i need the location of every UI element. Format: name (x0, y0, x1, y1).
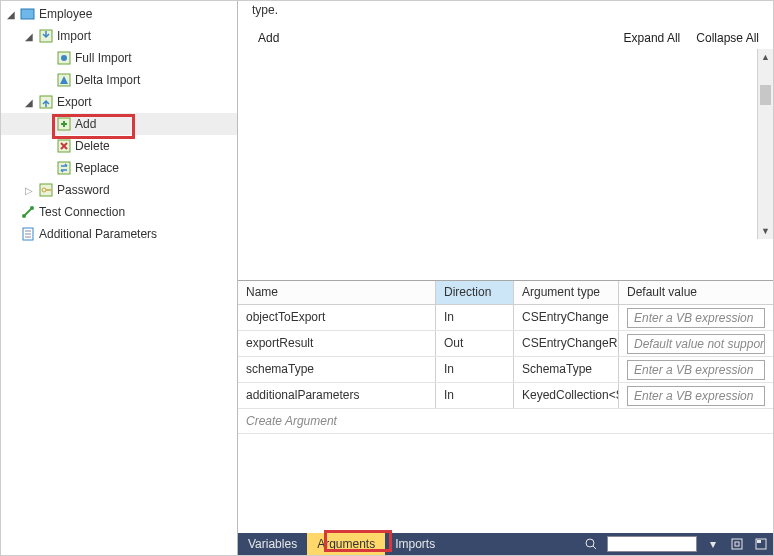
col-header-default[interactable]: Default value (619, 281, 773, 304)
tab-variables[interactable]: Variables (238, 533, 307, 555)
vertical-scrollbar[interactable]: ▲ ▼ (757, 49, 773, 239)
caret-right-icon[interactable]: ▷ (23, 185, 35, 196)
col-header-direction[interactable]: Direction (436, 281, 514, 304)
svg-rect-0 (21, 9, 34, 19)
tree-item-password[interactable]: ▷ Password (1, 179, 237, 201)
arguments-body: objectToExport In CSEntryChange Enter a … (238, 305, 773, 434)
arguments-panel: Name Direction Argument type Default val… (238, 280, 773, 533)
create-argument-row[interactable]: Create Argument (238, 409, 773, 434)
argument-row[interactable]: schemaType In SchemaType Enter a VB expr… (238, 357, 773, 383)
add-icon (56, 116, 72, 132)
designer-pane: type. Add Expand All Collapse All ▲ ▼ Na… (238, 1, 773, 555)
arg-default-cell[interactable]: Enter a VB expression (619, 383, 773, 408)
scroll-down-icon[interactable]: ▼ (758, 223, 773, 239)
svg-point-3 (61, 55, 67, 61)
svg-point-11 (22, 214, 26, 218)
arg-direction-cell[interactable]: Out (436, 331, 514, 356)
scroll-up-icon[interactable]: ▲ (758, 49, 773, 65)
tree-label: Import (57, 29, 91, 43)
tree-item-delta-import[interactable]: · Delta Import (1, 69, 237, 91)
svg-point-14 (586, 539, 594, 547)
tree-label: Full Import (75, 51, 132, 65)
delete-icon (56, 138, 72, 154)
tree-item-test-connection[interactable]: · Test Connection (1, 201, 237, 223)
tree-item-import[interactable]: ◢ Import (1, 25, 237, 47)
expand-all-link[interactable]: Expand All (624, 31, 681, 45)
arg-type-cell[interactable]: CSEntryChange (514, 305, 619, 330)
arg-name-cell[interactable]: schemaType (238, 357, 436, 382)
search-icon[interactable] (579, 533, 603, 555)
collapse-all-link[interactable]: Collapse All (696, 31, 759, 45)
tree-label: Delta Import (75, 73, 140, 87)
password-icon (38, 182, 54, 198)
tree-label: Add (75, 117, 96, 131)
tab-arguments[interactable]: Arguments (307, 533, 385, 555)
import-icon (38, 28, 54, 44)
arg-default-cell[interactable]: Enter a VB expression (619, 357, 773, 382)
tree-item-full-import[interactable]: · Full Import (1, 47, 237, 69)
overview-icon[interactable] (749, 533, 773, 555)
svg-rect-8 (58, 162, 70, 174)
col-header-type[interactable]: Argument type (514, 281, 619, 304)
delta-import-icon (56, 72, 72, 88)
tree-item-delete[interactable]: · Delete (1, 135, 237, 157)
caret-down-icon[interactable]: ◢ (23, 97, 35, 108)
tree-item-export[interactable]: ◢ Export (1, 91, 237, 113)
tree-item-replace[interactable]: · Replace (1, 157, 237, 179)
tree-label: Password (57, 183, 110, 197)
tree-label: Employee (39, 7, 92, 21)
export-icon (38, 94, 54, 110)
arg-direction-cell[interactable]: In (436, 305, 514, 330)
svg-rect-18 (757, 540, 761, 543)
search-input[interactable] (607, 536, 697, 552)
arg-default-cell[interactable]: Enter a VB expression (619, 305, 773, 330)
tree-label: Test Connection (39, 205, 125, 219)
activity-title[interactable]: Add (258, 31, 279, 45)
arg-type-cell[interactable]: CSEntryChangeRes (514, 331, 619, 356)
fit-to-screen-icon[interactable] (725, 533, 749, 555)
svg-point-12 (30, 206, 34, 210)
scroll-thumb[interactable] (760, 85, 771, 105)
arg-type-cell[interactable]: KeyedCollection<S (514, 383, 619, 408)
svg-rect-16 (735, 542, 739, 546)
arguments-header: Name Direction Argument type Default val… (238, 281, 773, 305)
argument-row[interactable]: objectToExport In CSEntryChange Enter a … (238, 305, 773, 331)
test-connection-icon (20, 204, 36, 220)
zoom-dropdown-icon[interactable]: ▾ (701, 533, 725, 555)
replace-icon (56, 160, 72, 176)
tree-item-add[interactable]: · Add (1, 113, 237, 135)
bottom-tab-bar: Variables Arguments Imports ▾ (238, 533, 773, 555)
tree-item-employee[interactable]: ◢ Employee (1, 3, 237, 25)
arg-direction-cell[interactable]: In (436, 357, 514, 382)
tree-label: Delete (75, 139, 110, 153)
tree-item-additional-params[interactable]: · Additional Parameters (1, 223, 237, 245)
svg-rect-15 (732, 539, 742, 549)
tree-label: Export (57, 95, 92, 109)
tree-pane: ◢ Employee ◢ Import · Full Import · Delt… (1, 1, 238, 555)
argument-row[interactable]: additionalParameters In KeyedCollection<… (238, 383, 773, 409)
arg-direction-cell[interactable]: In (436, 383, 514, 408)
tree-label: Additional Parameters (39, 227, 157, 241)
activity-header: Add Expand All Collapse All (238, 27, 773, 49)
arg-default-cell[interactable]: Default value not suppor (619, 331, 773, 356)
arg-name-cell[interactable]: additionalParameters (238, 383, 436, 408)
caret-down-icon[interactable]: ◢ (23, 31, 35, 42)
argument-row[interactable]: exportResult Out CSEntryChangeRes Defaul… (238, 331, 773, 357)
col-header-name[interactable]: Name (238, 281, 436, 304)
arg-name-cell[interactable]: exportResult (238, 331, 436, 356)
folder-icon (20, 6, 36, 22)
arg-type-cell[interactable]: SchemaType (514, 357, 619, 382)
tree-label: Replace (75, 161, 119, 175)
full-import-icon (56, 50, 72, 66)
caret-down-icon[interactable]: ◢ (5, 9, 17, 20)
parameters-icon (20, 226, 36, 242)
arg-name-cell[interactable]: objectToExport (238, 305, 436, 330)
truncated-text: type. (238, 1, 773, 27)
tab-imports[interactable]: Imports (385, 533, 445, 555)
